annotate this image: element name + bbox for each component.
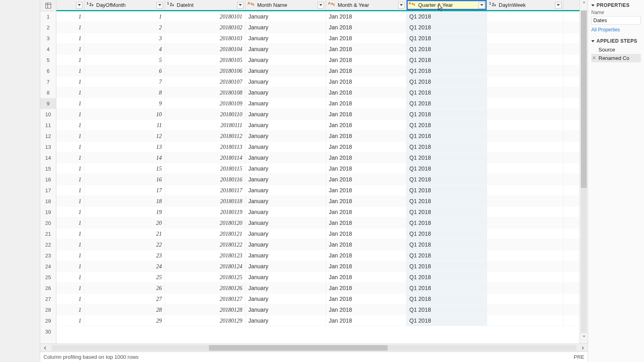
cell[interactable]: 1 (56, 228, 85, 239)
cell[interactable]: 20180117 (165, 185, 246, 195)
cell[interactable]: Jan 2018 (326, 22, 407, 33)
table-row[interactable]: 1120180101JanuaryJan 2018Q1 2018 (56, 11, 580, 22)
cell[interactable]: 21 (85, 228, 165, 239)
cell[interactable]: January (246, 261, 326, 272)
table-row[interactable]: 11220180112JanuaryJan 2018Q1 2018 (56, 131, 580, 142)
cell[interactable]: Q1 2018 (407, 163, 487, 174)
cell[interactable] (487, 120, 564, 130)
row-number[interactable]: 21 (40, 228, 56, 239)
table-row[interactable]: 12420180124JanuaryJan 2018Q1 2018 (56, 261, 580, 272)
cell[interactable]: Q1 2018 (407, 228, 487, 239)
cell[interactable]: 20180127 (165, 294, 246, 304)
cell[interactable]: Jan 2018 (326, 33, 407, 43)
cell[interactable]: 20180104 (165, 44, 246, 54)
cell[interactable]: 4 (85, 44, 165, 54)
cell[interactable]: Q1 2018 (407, 218, 487, 228)
table-row[interactable]: 11620180116JanuaryJan 2018Q1 2018 (56, 174, 580, 185)
row-number[interactable]: 28 (40, 304, 56, 315)
row-number[interactable]: 1 (40, 11, 56, 22)
cell[interactable]: 1 (56, 185, 85, 195)
table-options-button[interactable] (40, 0, 56, 11)
cell[interactable] (487, 228, 564, 239)
cell[interactable]: Jan 2018 (326, 55, 407, 65)
applied-step[interactable]: ✕Renamed Co (591, 54, 641, 62)
cell[interactable]: Jan 2018 (326, 87, 407, 98)
cell[interactable]: January (246, 283, 326, 293)
cell[interactable]: Q1 2018 (407, 304, 487, 315)
filter-dropdown-icon[interactable] (157, 2, 163, 8)
cell[interactable]: 1 (56, 87, 85, 98)
cell[interactable]: 5 (85, 55, 165, 65)
cell[interactable] (487, 207, 564, 217)
cell[interactable]: Q1 2018 (407, 283, 487, 293)
cell[interactable]: 1 (56, 272, 85, 282)
cell[interactable] (487, 185, 564, 195)
cell[interactable]: January (246, 239, 326, 250)
cell[interactable]: 20180102 (165, 22, 246, 33)
cell[interactable]: 1 (85, 11, 165, 22)
cell[interactable]: Q1 2018 (407, 315, 487, 326)
hscroll-thumb[interactable] (209, 345, 387, 351)
cell[interactable]: 20180105 (165, 55, 246, 65)
cell[interactable]: 10 (85, 109, 165, 119)
row-number[interactable]: 4 (40, 44, 56, 55)
table-row[interactable]: 1320180103JanuaryJan 2018Q1 2018 (56, 33, 580, 44)
table-row[interactable]: 12820180128JanuaryJan 2018Q1 2018 (56, 304, 580, 315)
cell[interactable]: 1 (56, 196, 85, 206)
cell[interactable]: 20180122 (165, 239, 246, 250)
cell[interactable]: 3 (85, 33, 165, 43)
cell[interactable]: 1 (56, 120, 85, 130)
cell[interactable]: 26 (85, 283, 165, 293)
text-type-icon[interactable] (328, 2, 336, 9)
row-number[interactable]: 2 (40, 22, 56, 33)
column-header-quarterYear[interactable]: Quarter & Year (407, 0, 487, 10)
cell[interactable] (487, 66, 564, 76)
cell[interactable]: 20180112 (165, 131, 246, 141)
cell[interactable]: January (246, 87, 326, 98)
filter-dropdown-icon[interactable] (398, 2, 405, 8)
row-number[interactable]: 27 (40, 294, 56, 304)
cell[interactable]: 1 (56, 250, 85, 261)
cell[interactable]: Jan 2018 (326, 185, 407, 195)
cell[interactable]: Q1 2018 (407, 109, 487, 119)
cell[interactable]: 20180107 (165, 76, 246, 87)
scroll-left-icon[interactable]: ‹ (40, 343, 50, 352)
cell[interactable]: 20180110 (165, 109, 246, 119)
row-number[interactable]: 23 (40, 250, 56, 261)
cell[interactable]: Q1 2018 (407, 142, 487, 152)
cell[interactable] (487, 261, 564, 272)
cell[interactable]: 13 (85, 142, 165, 152)
table-row[interactable]: 11020180110JanuaryJan 2018Q1 2018 (56, 109, 580, 120)
number-type-icon[interactable] (489, 2, 497, 9)
cell[interactable]: 20180106 (165, 66, 246, 76)
cell[interactable]: January (246, 272, 326, 282)
table-row[interactable]: 12920180129JanuaryJan 2018Q1 2018 (56, 315, 580, 326)
all-properties-link[interactable]: All Properties (591, 27, 641, 33)
cell[interactable]: Q1 2018 (407, 185, 487, 195)
cell[interactable]: Jan 2018 (326, 283, 407, 293)
cell[interactable]: Q1 2018 (407, 44, 487, 54)
cell[interactable]: 1 (56, 294, 85, 304)
cell[interactable]: 1 (56, 163, 85, 174)
table-row[interactable]: 1620180106JanuaryJan 2018Q1 2018 (56, 66, 580, 76)
delete-step-icon[interactable]: ✕ (592, 55, 596, 61)
cell[interactable]: January (246, 294, 326, 304)
cell[interactable]: January (246, 142, 326, 152)
table-row[interactable]: 1720180107JanuaryJan 2018Q1 2018 (56, 76, 580, 87)
properties-header[interactable]: PROPERTIES (591, 2, 641, 8)
cell[interactable]: 20180121 (165, 228, 246, 239)
cell[interactable]: Jan 2018 (326, 196, 407, 206)
cell[interactable]: 20180113 (165, 142, 246, 152)
cell[interactable]: 6 (85, 66, 165, 76)
cell[interactable]: January (246, 304, 326, 315)
cell[interactable]: Jan 2018 (326, 98, 407, 109)
cell[interactable]: 20180116 (165, 174, 246, 185)
vscroll-thumb[interactable] (581, 10, 587, 188)
cell[interactable]: Q1 2018 (407, 87, 487, 98)
cell[interactable]: January (246, 185, 326, 195)
cell[interactable]: January (246, 98, 326, 109)
cell[interactable]: Jan 2018 (326, 304, 407, 315)
row-number[interactable]: 24 (40, 261, 56, 272)
scroll-down-icon[interactable]: ˅ (580, 334, 588, 343)
table-row[interactable]: 11820180118JanuaryJan 2018Q1 2018 (56, 196, 580, 207)
